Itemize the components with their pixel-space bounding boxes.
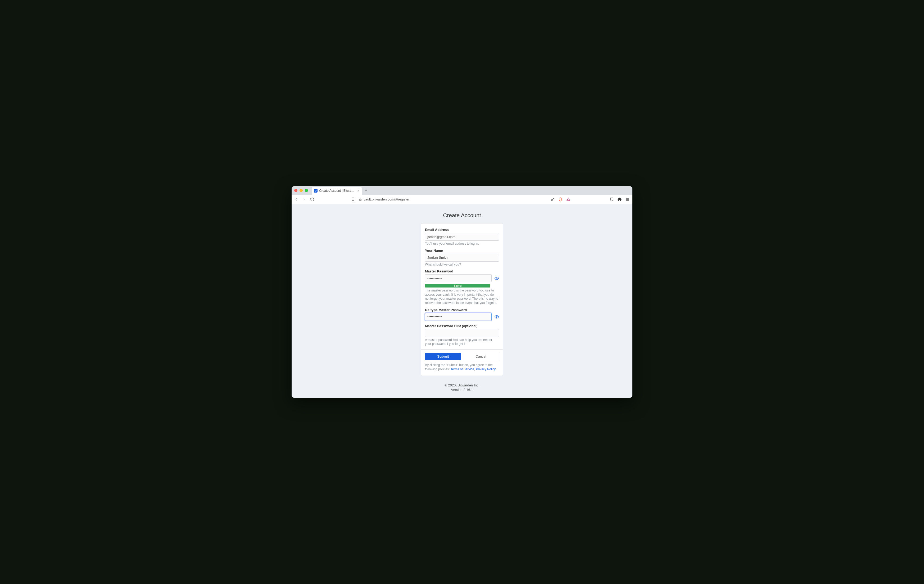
lock-icon	[359, 198, 362, 201]
page-title: Create Account	[443, 212, 481, 219]
bitwarden-favicon: U	[314, 189, 317, 192]
bookmark-button[interactable]	[351, 197, 355, 202]
bitwarden-extension-icon[interactable]	[610, 197, 614, 202]
name-input[interactable]	[425, 253, 499, 262]
email-input[interactable]	[425, 233, 499, 241]
privacy-policy-link[interactable]: Privacy Policy	[476, 367, 496, 371]
password-strength-meter: Strong	[425, 284, 490, 288]
password-hint-group: Master Password Hint (optional) A master…	[425, 324, 499, 346]
submit-button[interactable]: Submit	[425, 353, 461, 360]
name-hint: What should we call you?	[425, 263, 499, 267]
page-footer: © 2020, Bitwarden Inc. Version 2.16.1	[444, 383, 480, 392]
window-controls	[294, 189, 308, 192]
toolbar-right	[550, 197, 630, 202]
close-window-button[interactable]	[294, 189, 297, 192]
version-text: Version 2.16.1	[444, 388, 480, 392]
master-password-input[interactable]	[425, 274, 492, 282]
password-hint-help: A master password hint can help you reme…	[425, 338, 499, 346]
browser-window: U Create Account | Bitwarden Web × +	[292, 186, 632, 398]
retype-password-group: Re-type Master Password	[425, 308, 499, 321]
reload-button[interactable]	[310, 197, 314, 202]
email-hint: You'll use your email address to log in.	[425, 242, 499, 246]
legal-text: By clicking the "Submit" button, you agr…	[425, 363, 499, 371]
email-label: Email Address	[425, 228, 499, 232]
retype-label: Re-type Master Password	[425, 308, 499, 312]
register-card: Email Address You'll use your email addr…	[421, 223, 503, 376]
terms-of-service-link[interactable]: Terms of Service	[450, 367, 474, 371]
cancel-button[interactable]: Cancel	[463, 353, 499, 360]
name-label: Your Name	[425, 248, 499, 253]
browser-tab[interactable]: U Create Account | Bitwarden Web ×	[312, 187, 362, 195]
svg-point-6	[496, 278, 497, 279]
brave-rewards-icon[interactable]	[566, 197, 571, 202]
master-password-group: Master Password Strong The master passwo…	[425, 269, 499, 305]
brave-shield-icon[interactable]	[558, 197, 563, 202]
svg-point-1	[551, 199, 553, 201]
tab-title: Create Account | Bitwarden Web	[319, 189, 355, 192]
maximize-window-button[interactable]	[305, 189, 308, 192]
forward-button[interactable]	[302, 197, 307, 202]
extensions-icon[interactable]	[617, 197, 622, 202]
toggle-password-visibility-icon[interactable]	[494, 276, 499, 281]
toggle-retype-visibility-icon[interactable]	[494, 314, 499, 319]
address-bar[interactable]: vault.bitwarden.com/#/register	[359, 197, 409, 201]
password-hint-input[interactable]	[425, 329, 499, 337]
svg-marker-2	[567, 198, 570, 201]
minimize-window-button[interactable]	[300, 189, 303, 192]
name-field-group: Your Name What should we call you?	[425, 248, 499, 267]
key-icon[interactable]	[550, 197, 554, 202]
email-field-group: Email Address You'll use your email addr…	[425, 228, 499, 246]
svg-rect-0	[360, 199, 361, 201]
close-tab-button[interactable]: ×	[357, 189, 360, 193]
copyright-text: © 2020, Bitwarden Inc.	[444, 383, 480, 387]
nav-buttons	[294, 197, 314, 202]
svg-point-7	[496, 316, 497, 317]
page-content: Create Account Email Address You'll use …	[292, 204, 632, 392]
page-viewport[interactable]: Create Account Email Address You'll use …	[292, 204, 632, 398]
divider	[421, 349, 503, 350]
retype-password-input[interactable]	[425, 313, 492, 321]
menu-button[interactable]	[625, 197, 630, 202]
browser-toolbar: vault.bitwarden.com/#/register	[292, 195, 632, 204]
button-row: Submit Cancel	[425, 353, 499, 360]
master-password-hint-text: The master password is the password you …	[425, 289, 499, 305]
tab-bar: U Create Account | Bitwarden Web × +	[292, 186, 632, 195]
new-tab-button[interactable]: +	[365, 188, 367, 193]
url-text: vault.bitwarden.com/#/register	[363, 197, 409, 201]
back-button[interactable]	[294, 197, 299, 202]
password-hint-label: Master Password Hint (optional)	[425, 324, 499, 328]
master-password-label: Master Password	[425, 269, 499, 273]
legal-sep: ,	[474, 367, 476, 371]
